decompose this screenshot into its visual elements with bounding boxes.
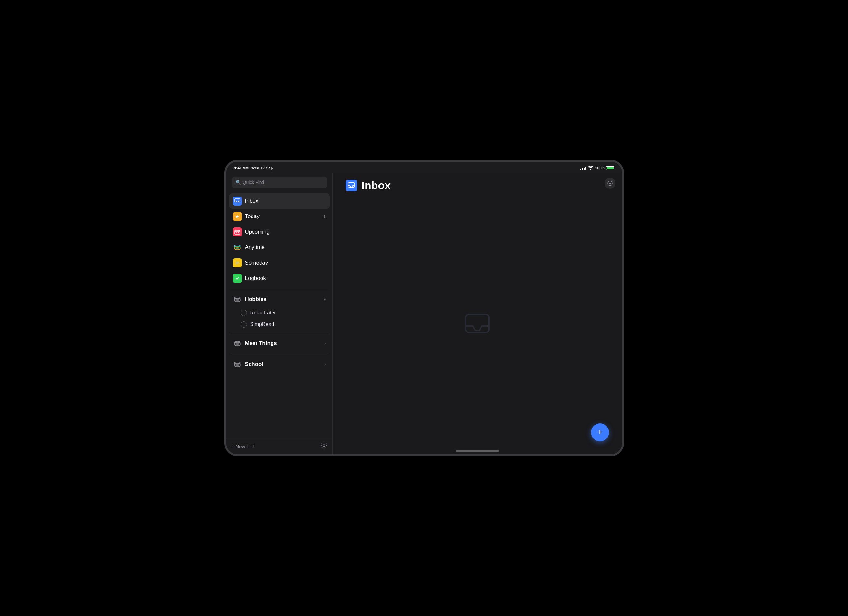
school-section: School › [227,357,332,372]
inbox-icon [233,196,242,206]
sidebar-group-meet-things-label: Meet Things [245,340,321,347]
sidebar-item-upcoming-label: Upcoming [245,229,326,235]
svg-point-18 [323,445,325,447]
signal-icon [580,166,586,170]
sidebar-item-read-later-label: Read-Later [250,310,276,316]
svg-rect-3 [238,232,239,233]
status-right: 100% [580,166,614,171]
sidebar-item-inbox-label: Inbox [245,198,326,204]
battery-indicator: 100% [595,166,614,171]
empty-state-icon [464,312,490,338]
battery-percentage: 100% [595,166,605,171]
search-placeholder: Quick Find [243,180,264,185]
search-icon: 🔍 [236,180,241,185]
someday-icon [233,258,242,267]
page-title: Inbox [362,179,391,192]
search-bar[interactable]: 🔍 Quick Find [231,177,327,188]
sidebar-item-logbook[interactable]: Logbook [229,271,330,286]
sidebar-item-today-badge: 1 [323,214,326,219]
sidebar-item-anytime[interactable]: Anytime [229,240,330,255]
sidebar-scroll[interactable]: Inbox ★ Today 1 [227,193,332,438]
svg-point-11 [234,300,240,301]
add-button[interactable]: + [591,423,609,441]
device-frame: 9:41 AM Wed 12 Sep 100% [224,160,624,456]
sidebar-item-today-label: Today [245,213,320,220]
sidebar-group-school-label: School [245,361,321,368]
sidebar-group-hobbies-label: Hobbies [245,296,320,303]
status-left: 9:41 AM Wed 12 Sep [234,166,273,171]
nav-section: Inbox ★ Today 1 [227,193,332,286]
main-content: Inbox + [333,173,622,454]
plus-icon: + [597,427,602,436]
date: Wed 12 Sep [251,166,273,171]
today-icon: ★ [233,212,242,221]
svg-rect-8 [235,276,240,281]
svg-rect-1 [235,230,240,234]
group-icon-school [233,360,242,369]
sidebar-item-read-later[interactable]: Read-Later [237,307,327,319]
sidebar-footer: + New List [227,438,332,454]
svg-rect-20 [348,183,354,187]
sidebar-item-today[interactable]: ★ Today 1 [229,209,330,224]
sidebar-group-hobbies[interactable]: Hobbies ▾ [229,292,330,307]
home-indicator [456,450,499,452]
sidebar-item-logbook-label: Logbook [245,275,326,282]
sidebar-item-upcoming[interactable]: Upcoming [229,224,330,240]
sidebar: 🔍 Quick Find Inbox [227,173,333,454]
settings-button[interactable] [321,442,327,450]
circle-icon-simpread [240,321,247,328]
app-container: 🔍 Quick Find Inbox [227,173,622,454]
time: 9:41 AM [234,166,249,171]
groups-section: Hobbies ▾ Read-Later SimpRead [227,292,332,330]
divider-3 [230,354,329,354]
divider-2 [230,333,329,333]
sidebar-item-simpread-label: SimpRead [250,322,274,327]
sidebar-item-anytime-label: Anytime [245,244,326,251]
group-icon-meet-things [233,339,242,348]
status-bar: 9:41 AM Wed 12 Sep 100% [227,162,622,173]
main-header: Inbox [333,173,622,195]
svg-point-19 [608,181,612,186]
svg-point-14 [234,344,240,346]
divider-1 [230,289,329,289]
svg-rect-2 [236,232,237,233]
inbox-large-icon [345,180,357,191]
svg-point-6 [234,248,240,250]
circle-icon-read-later [240,310,247,316]
group-icon-hobbies [233,295,242,304]
sidebar-item-inbox[interactable]: Inbox [229,193,330,209]
sidebar-item-simpread[interactable]: SimpRead [237,319,327,330]
upcoming-icon [233,227,242,236]
sidebar-item-someday[interactable]: Someday [229,255,330,271]
sidebar-item-someday-label: Someday [245,260,326,266]
sidebar-group-meet-things[interactable]: Meet Things › [229,336,330,351]
anytime-icon [233,243,242,252]
main-body [333,195,622,454]
top-right-actions [605,178,615,189]
new-list-button[interactable]: + New List [231,444,254,449]
meet-things-section: Meet Things › [227,336,332,351]
collapse-button[interactable] [605,178,615,189]
chevron-right-icon-2: › [324,362,326,367]
chevron-down-icon: ▾ [324,297,326,302]
wifi-icon [588,166,593,171]
svg-rect-0 [235,199,240,202]
svg-rect-21 [466,315,489,332]
battery-icon [606,166,614,170]
sidebar-group-school[interactable]: School › [229,357,330,372]
svg-point-17 [234,365,240,367]
logbook-icon [233,274,242,283]
chevron-right-icon: › [324,341,326,346]
hobbies-children: Read-Later SimpRead [229,307,330,330]
